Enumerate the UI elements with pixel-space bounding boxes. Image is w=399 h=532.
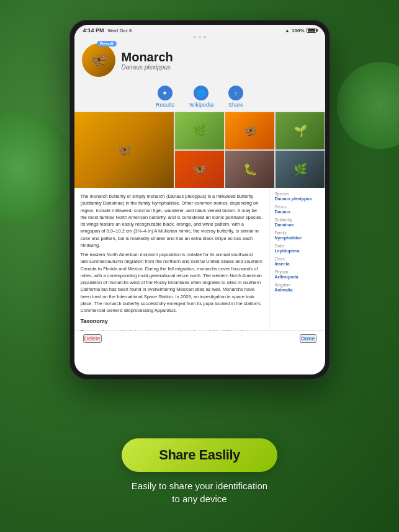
taxonomy-heading: Taxonomy: [81, 317, 263, 326]
status-bar: 4:14 PM Wed Oct 6 ▲ 100%: [74, 25, 325, 35]
image-3: 🌱: [276, 112, 325, 149]
tax-genus-label: Genus: [275, 205, 320, 209]
main-text: The monarch butterfly or simply monarch …: [74, 188, 269, 330]
avatar-emoji: 🦋: [90, 52, 107, 68]
tax-subfamily: Subfamily Danainae: [275, 218, 320, 227]
battery-icon: [307, 28, 316, 33]
image-cell-6[interactable]: 🌿: [276, 151, 325, 188]
image-0: 🦋: [74, 112, 174, 188]
tax-order: Order Lepidoptera: [275, 244, 320, 253]
action-buttons: ✦ Results 🌐 Wikipedia ↑ Share: [74, 82, 325, 112]
wifi-icon: ▲: [285, 28, 290, 33]
tax-order-value: Lepidoptera: [275, 249, 320, 253]
sidebar-taxonomy: Species Danaus plexippus Genus Danaus Su…: [269, 188, 325, 330]
tax-family-value: Nymphalidae: [275, 236, 320, 240]
done-button[interactable]: Done: [300, 334, 316, 343]
image-cell-5[interactable]: 🐛: [225, 151, 274, 188]
tax-species: Species Danaus plexippus: [275, 192, 320, 201]
image-1: 🌿: [175, 112, 224, 149]
top-dot-2: [199, 36, 201, 38]
image-cell-3[interactable]: 🌱: [276, 112, 325, 149]
status-date: Wed Oct 6: [108, 28, 132, 33]
intro-paragraph: The monarch butterfly or simply monarch …: [81, 193, 263, 249]
tax-class-value: Insecta: [275, 262, 320, 266]
tax-order-label: Order: [275, 244, 320, 248]
bottom-bar: Delete Done: [74, 330, 325, 346]
tax-kingdom-label: Kingdom: [275, 283, 320, 287]
tax-family: Family Nymphalidae: [275, 231, 320, 240]
avatar: 🦋: [82, 43, 115, 77]
tax-phylum: Phylum Arthropoda: [275, 270, 320, 279]
image-2: 🦋: [225, 112, 274, 149]
bg-circle-right: [337, 62, 399, 149]
image-4: 🦋: [175, 151, 224, 188]
tax-species-value: Danaus plexippus: [275, 197, 320, 201]
delete-button[interactable]: Delete: [83, 334, 102, 343]
tax-kingdom: Kingdom Animalia: [275, 283, 320, 292]
results-label: Results: [156, 102, 174, 108]
top-dot-3: [204, 36, 206, 38]
image-cell-0[interactable]: 🦋: [74, 112, 174, 188]
share-subtitle-line1: Easily to share your identification: [132, 481, 267, 491]
avatar-container: 🦋 Result: [82, 43, 115, 77]
wikipedia-button[interactable]: 🌐 Wikipedia: [189, 86, 213, 108]
species-latin: Danaus plexippus: [122, 64, 318, 71]
status-icons: ▲ 100%: [285, 28, 316, 33]
app-header: 🦋 Result Monarch Danaus plexippus: [74, 40, 325, 82]
tax-subfamily-label: Subfamily: [275, 218, 320, 222]
image-6: 🌿: [276, 151, 325, 188]
image-5: 🐛: [225, 151, 274, 188]
tax-subfamily-value: Danainae: [275, 223, 320, 227]
ipad-device: 4:14 PM Wed Oct 6 ▲ 100% 🦋 Re: [69, 20, 330, 379]
share-label: Share: [228, 102, 243, 108]
header-text: Monarch Danaus plexippus: [122, 50, 318, 71]
image-grid: 🦋 🌿 🦋 🌱 🦋 🐛 🌿: [74, 112, 325, 188]
tax-genus-value: Danaus: [275, 210, 320, 214]
bottom-section: Share Easlily Easily to share your ident…: [0, 411, 399, 532]
species-name: Monarch: [122, 50, 318, 64]
image-cell-1[interactable]: 🌿: [175, 112, 224, 149]
share-icon: ↑: [228, 86, 243, 100]
migration-paragraph: The eastern North American monarch popul…: [81, 251, 263, 314]
ipad-screen: 4:14 PM Wed Oct 6 ▲ 100% 🦋 Re: [74, 25, 325, 375]
top-dots: [74, 35, 325, 40]
results-icon: ✦: [158, 86, 173, 100]
battery-fill: [308, 29, 315, 32]
tax-species-label: Species: [275, 192, 320, 196]
top-dot-1: [194, 36, 196, 38]
tax-class-label: Class: [275, 257, 320, 261]
tax-class: Class Insecta: [275, 257, 320, 266]
share-button[interactable]: ↑ Share: [228, 86, 243, 108]
image-cell-4[interactable]: 🦋: [175, 151, 224, 188]
tax-phylum-label: Phylum: [275, 270, 320, 274]
tax-genus: Genus Danaus: [275, 205, 320, 214]
result-badge: Result: [97, 41, 116, 47]
share-subtitle-line2: to any device: [172, 494, 226, 504]
content-area: The monarch butterfly or simply monarch …: [74, 188, 325, 330]
bg-circle-left: [0, 112, 74, 223]
share-subtitle: Easily to share your identification to a…: [132, 479, 267, 505]
wikipedia-icon: 🌐: [194, 86, 208, 100]
results-button[interactable]: ✦ Results: [156, 86, 174, 108]
battery-label: 100%: [292, 28, 304, 33]
tax-phylum-value: Arthropoda: [275, 275, 320, 279]
share-easily-button[interactable]: Share Easlily: [122, 438, 277, 472]
taxonomy-paragraph-1: The name "monarch" is believed to have b…: [81, 328, 263, 330]
tax-family-label: Family: [275, 231, 320, 235]
tax-kingdom-value: Animalia: [275, 288, 320, 292]
wikipedia-label: Wikipedia: [189, 102, 213, 108]
image-cell-2[interactable]: 🦋: [225, 112, 274, 149]
status-time: 4:14 PM: [83, 27, 104, 33]
